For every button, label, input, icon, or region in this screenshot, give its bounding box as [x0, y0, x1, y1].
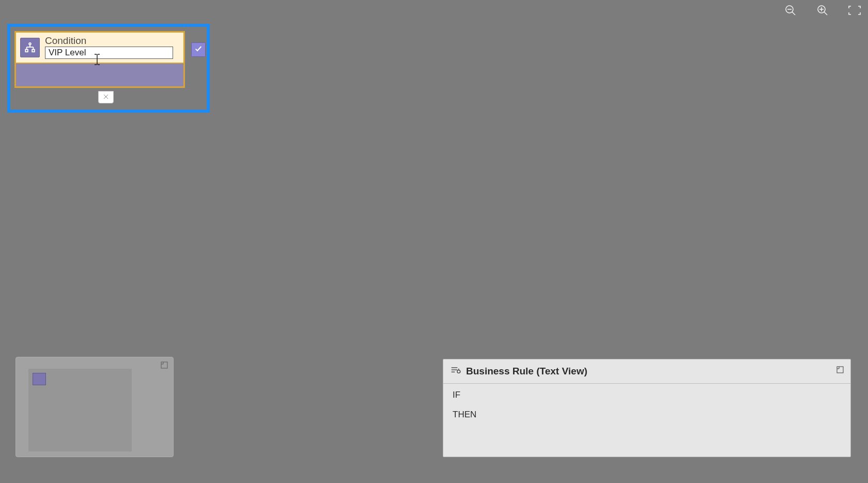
text-view-then-line: THEN — [453, 410, 841, 420]
expand-icon — [836, 366, 844, 376]
text-view-header: Business Rule (Text View) — [443, 359, 850, 384]
svg-rect-21 — [161, 362, 167, 368]
expand-icon — [160, 361, 168, 371]
svg-point-25 — [457, 370, 460, 373]
condition-node-selection[interactable]: Condition — [7, 24, 210, 113]
svg-point-7 — [29, 42, 31, 44]
zoom-out-icon — [784, 4, 797, 19]
text-view-icon — [451, 366, 461, 377]
true-branch-connector[interactable] — [191, 42, 206, 57]
minimap-expand-button[interactable] — [160, 361, 169, 371]
text-view-title: Business Rule (Text View) — [466, 366, 587, 377]
minimap-viewport[interactable] — [28, 369, 132, 451]
fit-screen-button[interactable] — [846, 3, 863, 20]
check-icon — [194, 44, 203, 55]
text-view-if-line: IF — [453, 390, 841, 400]
text-view-panel: Business Rule (Text View) IF THEN — [443, 359, 851, 457]
condition-label-group: Condition — [45, 36, 173, 59]
condition-type-label: Condition — [45, 36, 173, 46]
svg-line-1 — [792, 12, 795, 15]
x-icon — [103, 93, 109, 102]
condition-body[interactable] — [16, 63, 183, 86]
text-view-body: IF THEN — [443, 384, 850, 426]
zoom-in-icon — [816, 4, 829, 19]
svg-rect-13 — [32, 49, 35, 52]
zoom-out-button[interactable] — [782, 3, 799, 20]
minimap-panel[interactable] — [16, 357, 174, 457]
condition-icon — [20, 38, 40, 57]
zoom-in-button[interactable] — [814, 3, 831, 20]
svg-rect-12 — [25, 49, 28, 52]
svg-line-4 — [824, 12, 827, 15]
fit-screen-icon — [848, 5, 861, 18]
svg-rect-27 — [837, 367, 843, 373]
false-branch-connector[interactable] — [98, 91, 114, 103]
text-view-expand-button[interactable] — [835, 366, 845, 376]
minimap-condition-node — [33, 373, 46, 385]
condition-name-input[interactable] — [45, 47, 173, 59]
condition-header: Condition — [16, 33, 183, 60]
condition-node[interactable]: Condition — [14, 31, 185, 88]
canvas-toolbar — [782, 3, 863, 20]
